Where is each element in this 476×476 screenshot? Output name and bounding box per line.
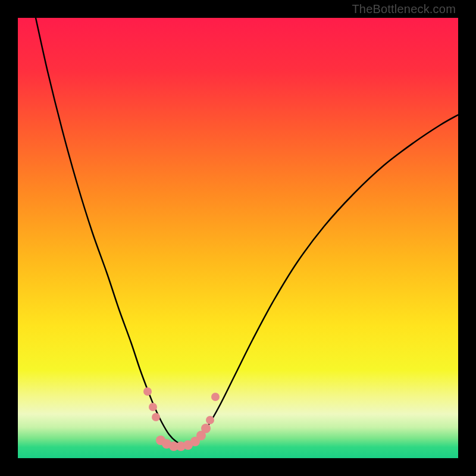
data-point xyxy=(201,424,211,433)
data-point xyxy=(143,387,152,396)
bottleneck-curve xyxy=(36,18,458,445)
plot-area xyxy=(18,18,458,458)
outer-frame: TheBottleneck.com xyxy=(0,0,476,476)
chart-svg xyxy=(18,18,458,458)
data-point xyxy=(206,416,214,424)
data-point xyxy=(149,403,157,411)
data-point xyxy=(211,393,220,401)
marker-group xyxy=(143,387,220,451)
watermark-text: TheBottleneck.com xyxy=(352,2,456,16)
data-point xyxy=(152,413,160,421)
